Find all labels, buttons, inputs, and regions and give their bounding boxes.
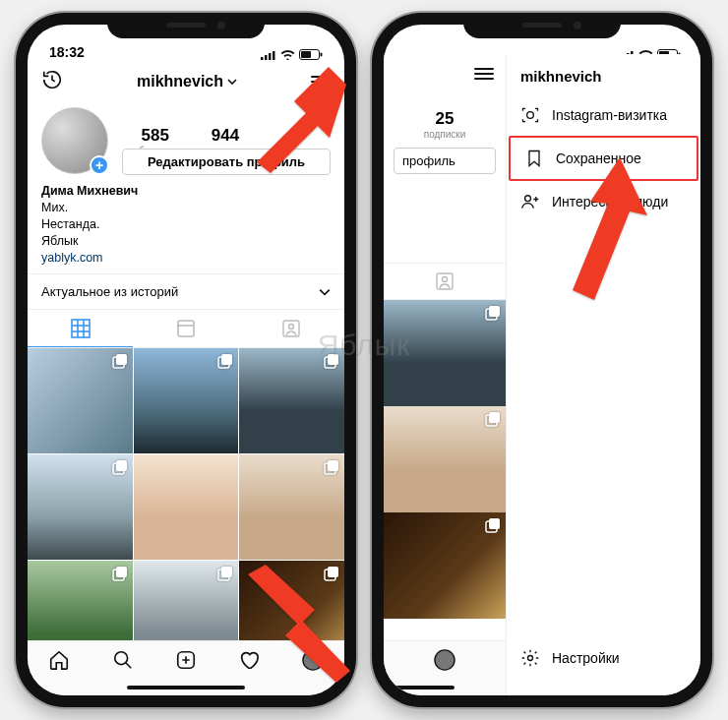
svg-rect-12 — [178, 321, 194, 336]
annotation-arrow — [228, 559, 356, 687]
post-thumbnail[interactable] — [28, 348, 133, 453]
svg-rect-24 — [328, 460, 338, 471]
edit-profile-button-fragment[interactable]: профиль — [394, 148, 496, 174]
tagged-icon — [436, 272, 454, 290]
bottom-nav — [384, 640, 506, 695]
phone-right: 25 подписки профиль mikhnevich Instagram… — [372, 13, 712, 707]
bio-line2: Нестанда. — [41, 216, 331, 233]
svg-marker-59 — [257, 67, 346, 173]
post-thumbnail[interactable] — [384, 512, 506, 619]
carousel-icon — [112, 459, 128, 475]
nav-home[interactable] — [48, 649, 70, 675]
svg-point-46 — [443, 277, 448, 282]
home-icon — [48, 649, 70, 671]
add-story-icon[interactable]: + — [90, 155, 109, 175]
stat-posts-num: 585 — [120, 126, 190, 146]
annotation-arrow — [561, 152, 689, 310]
tab-tagged[interactable] — [239, 310, 344, 347]
bio-line1: Мих. — [41, 200, 331, 216]
tab-grid[interactable] — [28, 310, 133, 347]
carousel-icon — [324, 353, 339, 369]
avatar[interactable]: + — [41, 107, 108, 174]
discover-people-icon — [520, 192, 540, 211]
svg-rect-51 — [489, 518, 500, 529]
chevron-down-icon — [319, 286, 331, 298]
home-indicator — [127, 686, 245, 690]
svg-rect-49 — [489, 412, 500, 423]
notch — [463, 13, 621, 38]
grid-icon — [71, 319, 91, 338]
svg-point-58 — [435, 650, 455, 670]
post-thumbnail[interactable] — [28, 454, 133, 560]
username-text: mikhnevich — [137, 73, 223, 90]
nametag-icon — [520, 105, 540, 125]
svg-point-53 — [527, 112, 534, 119]
svg-marker-60 — [248, 565, 350, 683]
carousel-icon — [324, 459, 339, 475]
svg-rect-18 — [221, 354, 232, 365]
carousel-icon — [112, 566, 128, 581]
post-thumbnail[interactable] — [384, 406, 506, 512]
menu-item-settings[interactable]: Настройки — [507, 636, 700, 680]
annotation-arrow — [235, 57, 353, 175]
menu-label: Instagram-визитка — [552, 107, 667, 123]
feed-icon — [177, 320, 195, 337]
nav-search[interactable] — [112, 649, 134, 675]
profile-avatar-icon — [434, 649, 455, 671]
bio-line3: Яблык — [41, 233, 331, 250]
profile-partial: 25 подписки профиль — [384, 54, 506, 640]
post-thumbnail[interactable] — [239, 454, 344, 560]
menu-label: Настройки — [552, 650, 620, 666]
carousel-icon — [485, 305, 501, 321]
post-thumbnail[interactable] — [134, 454, 239, 560]
bio-link[interactable]: yablyk.com — [41, 250, 331, 267]
home-indicator — [386, 686, 455, 690]
highlights-label: Актуальное из историй — [41, 284, 178, 299]
gear-icon — [520, 648, 540, 668]
svg-rect-20 — [328, 354, 338, 365]
stat-num: 25 — [384, 109, 506, 129]
carousel-icon — [217, 353, 233, 369]
post-thumbnail[interactable] — [384, 300, 506, 406]
username-dropdown[interactable]: mikhnevich — [137, 73, 237, 90]
svg-point-32 — [114, 652, 127, 665]
side-menu: mikhnevich Instagram-визитка Сохраненное… — [506, 54, 700, 695]
screen-right: 25 подписки профиль mikhnevich Instagram… — [384, 25, 700, 695]
notch — [107, 13, 265, 38]
svg-point-57 — [528, 656, 533, 661]
svg-point-54 — [525, 196, 531, 202]
tagged-icon — [282, 320, 300, 337]
svg-rect-22 — [116, 460, 127, 471]
post-thumbnail[interactable] — [134, 348, 239, 453]
svg-point-15 — [289, 325, 294, 330]
bio-name: Дима Михневич — [41, 183, 331, 200]
svg-rect-26 — [116, 567, 127, 577]
bookmark-icon — [524, 149, 544, 168]
carousel-icon — [485, 411, 501, 427]
menu-button[interactable] — [474, 65, 494, 83]
stat-label: подписки — [384, 129, 506, 140]
svg-rect-6 — [321, 53, 323, 57]
carousel-icon — [485, 517, 501, 533]
add-icon — [175, 649, 197, 671]
search-icon — [112, 649, 134, 671]
svg-rect-7 — [72, 320, 90, 337]
status-time: 18:32 — [49, 44, 85, 60]
menu-item-nametag[interactable]: Instagram-визитка — [507, 94, 700, 136]
svg-rect-16 — [116, 354, 127, 365]
profile-bio: Дима Михневич Мих. Нестанда. Яблык yably… — [28, 181, 344, 273]
side-menu-title: mikhnevich — [507, 54, 700, 94]
svg-marker-61 — [573, 157, 647, 300]
nav-add[interactable] — [175, 649, 197, 675]
carousel-icon — [112, 353, 128, 369]
archive-icon[interactable] — [41, 69, 63, 94]
post-thumbnail[interactable] — [239, 348, 344, 453]
tab-feed[interactable] — [133, 310, 238, 347]
stat-following[interactable]: 25 подписки — [384, 93, 506, 144]
tab-tagged[interactable] — [384, 263, 506, 300]
nav-profile[interactable] — [434, 649, 455, 675]
svg-rect-47 — [489, 306, 500, 317]
svg-line-33 — [125, 663, 131, 669]
story-highlights-toggle[interactable]: Актуальное из историй — [28, 273, 344, 309]
profile-tabs — [28, 309, 344, 348]
